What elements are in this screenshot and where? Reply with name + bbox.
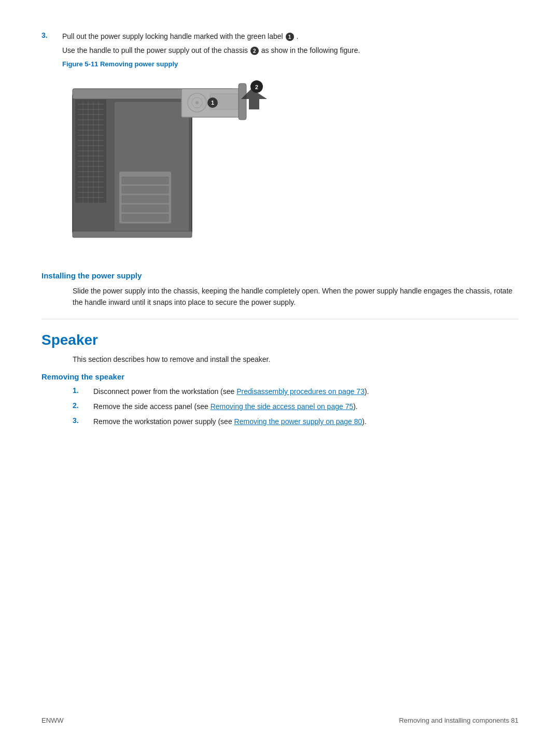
circle-icon-1: 1: [286, 33, 294, 41]
figure-image: 1 2: [62, 73, 280, 249]
page-footer: ENWW Removing and installing components …: [41, 716, 519, 724]
removing-step-1: 1. Disconnect power from the workstation…: [73, 386, 519, 397]
speaker-heading: Speaker: [41, 332, 519, 348]
installing-section: Installing the power supply Slide the po…: [41, 271, 519, 308]
step-3-text-part1: Pull out the power supply locking handle…: [62, 32, 283, 40]
removing-step-3-text-after: ).: [362, 417, 367, 426]
removing-step-2: 2. Remove the side access panel (see Rem…: [73, 401, 519, 412]
svg-rect-32: [239, 83, 246, 120]
svg-rect-44: [122, 214, 169, 221]
figure-container: 1 2: [62, 73, 519, 249]
step-3-subline: Use the handle to pull the power supply …: [62, 45, 519, 56]
footer-right-prefix: Removing and installing components: [399, 716, 509, 724]
chassis-svg: 1 2: [62, 73, 280, 249]
svg-text:2: 2: [255, 84, 258, 90]
removing-step-2-link[interactable]: Removing the side access panel on page 7…: [211, 402, 354, 411]
removing-step-3: 3. Remove the workstation power supply (…: [73, 416, 519, 427]
step-3-main-text: Pull out the power supply locking handle…: [62, 31, 519, 42]
circle-icon-2: 2: [250, 47, 259, 55]
step-3-text-dot: .: [296, 32, 298, 40]
removing-step-1-text: Disconnect power from the workstation (s…: [93, 387, 369, 396]
removing-step-2-text-before: Remove the side access panel (see: [93, 402, 211, 411]
removing-step-1-text-after: ).: [365, 387, 369, 396]
removing-step-2-text-after: ).: [353, 402, 358, 411]
svg-rect-43: [122, 205, 169, 212]
section-divider: [41, 319, 519, 319]
footer-page-number: 81: [511, 716, 519, 724]
svg-rect-40: [122, 177, 169, 184]
step-3-block: 3. Pull out the power supply locking han…: [41, 31, 519, 265]
svg-rect-41: [122, 186, 169, 193]
step-3-content: Pull out the power supply locking handle…: [62, 31, 519, 265]
removing-step-3-text-before: Remove the workstation power supply (see: [93, 417, 234, 426]
svg-point-30: [195, 101, 199, 104]
removing-step-2-text: Remove the side access panel (see Removi…: [93, 402, 358, 411]
installing-body: Slide the power supply into the chassis,…: [73, 285, 519, 308]
removing-step-3-link[interactable]: Removing the power supply on page 80: [234, 417, 362, 426]
removing-step-1-number: 1.: [73, 386, 85, 397]
removing-step-3-content: Remove the workstation power supply (see…: [93, 416, 519, 427]
removing-step-1-link[interactable]: Predisassembly procedures on page 73: [236, 387, 365, 396]
figure-label-prefix: Figure 5-11: [62, 60, 98, 68]
step-3-number: 3.: [41, 31, 54, 265]
removing-step-2-number: 2.: [73, 401, 85, 412]
speaker-intro: This section describes how to remove and…: [73, 354, 519, 365]
speaker-section: Speaker This section describes how to re…: [41, 332, 519, 365]
footer-right: Removing and installing components 81: [399, 716, 519, 724]
footer-left: ENWW: [41, 716, 64, 724]
figure-caption: Figure 5-11 Removing power supply: [62, 60, 519, 68]
step-3-subline-text2: as show in the following figure.: [261, 46, 360, 54]
removing-speaker-section: Removing the speaker 1. Disconnect power…: [41, 372, 519, 427]
installing-heading: Installing the power supply: [41, 271, 519, 280]
svg-text:1: 1: [211, 100, 214, 106]
removing-speaker-heading: Removing the speaker: [41, 372, 519, 381]
removing-step-3-number: 3.: [73, 416, 85, 427]
svg-rect-38: [73, 231, 192, 237]
removing-step-2-content: Remove the side access panel (see Removi…: [93, 401, 519, 412]
figure-label-text: Removing power supply: [100, 60, 178, 68]
removing-step-1-text-before: Disconnect power from the workstation (s…: [93, 387, 236, 396]
svg-rect-42: [122, 195, 169, 203]
step-3-subline-text1: Use the handle to pull the power supply …: [62, 46, 248, 54]
removing-step-1-content: Disconnect power from the workstation (s…: [93, 386, 519, 397]
removing-step-3-text: Remove the workstation power supply (see…: [93, 417, 367, 426]
